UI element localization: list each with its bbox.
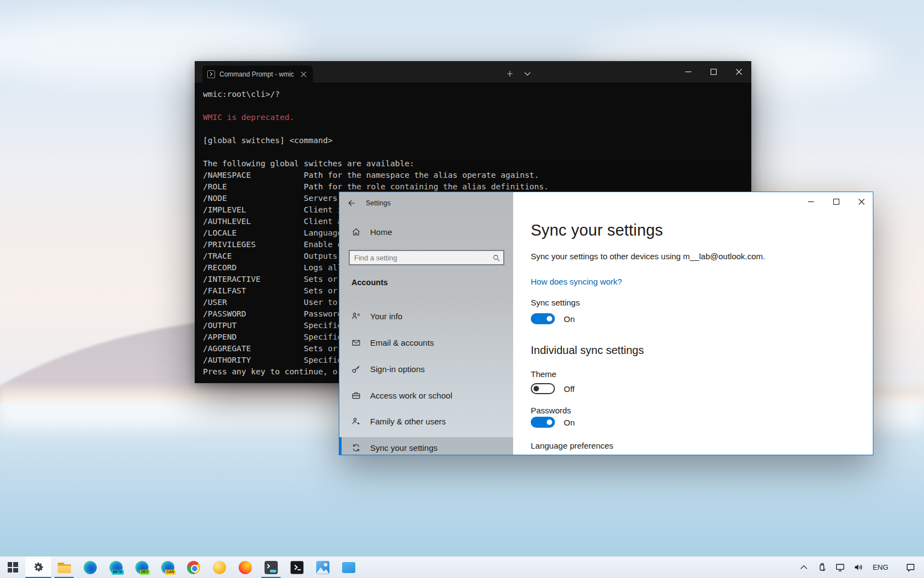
terminal-line: [global switches] <command>	[203, 135, 751, 146]
sidebar-section-header: Accounts	[351, 278, 388, 287]
home-icon	[351, 227, 361, 237]
action-center-icon[interactable]	[904, 557, 916, 578]
sync-icon	[351, 443, 361, 452]
taskbar-apps: BETADEVCAN	[25, 557, 361, 578]
settings-sidebar: Settings Home Accounts Your infoEmail & …	[339, 192, 513, 455]
terminal-maximize-button[interactable]	[701, 61, 726, 83]
taskbar-edge-canary-button[interactable]: CAN	[155, 557, 180, 578]
taskbar-firefox-button[interactable]	[232, 557, 258, 578]
sync-settings-toggle[interactable]	[531, 313, 555, 324]
edge-channel-badge: BETA	[112, 570, 123, 575]
taskbar-windows-terminal-button[interactable]	[258, 557, 284, 578]
movies-tv-icon	[342, 562, 355, 573]
theme-toggle[interactable]	[531, 383, 555, 394]
taskbar-photos-button[interactable]	[310, 557, 336, 578]
sidebar-item-access-work-or-school[interactable]: Access work or school	[339, 385, 513, 406]
settings-maximize-button[interactable]	[823, 192, 849, 211]
language-indicator[interactable]: ENG	[871, 563, 890, 571]
tab-close-icon[interactable]	[299, 70, 308, 79]
photos-icon	[316, 561, 329, 574]
tray-network-icon[interactable]	[834, 557, 846, 578]
folder-icon	[58, 563, 71, 574]
terminal-line: wmic:root\cli>/?	[203, 89, 751, 100]
terminal-line: WMIC is deprecated.	[203, 112, 751, 123]
terminal-tab-title: Command Prompt - wmic	[219, 70, 295, 78]
sidebar-item-label: Email & accounts	[370, 338, 434, 347]
how-syncing-works-link[interactable]: How does syncing work?	[531, 277, 622, 286]
chrome-icon	[187, 561, 200, 574]
tray-usb-icon[interactable]	[816, 557, 828, 578]
settings-search-box[interactable]	[349, 250, 504, 265]
taskbar-command-prompt-button[interactable]	[284, 557, 310, 578]
taskbar-edge-beta-button[interactable]: BETA	[103, 557, 129, 578]
theme-state: Off	[564, 384, 575, 394]
terminal-icon	[265, 561, 278, 574]
taskbar-movies-tv-button[interactable]	[336, 557, 361, 578]
tab-dropdown-icon[interactable]	[520, 67, 535, 81]
terminal-titlebar[interactable]: Command Prompt - wmic	[195, 61, 751, 83]
edge-channel-badge: DEV	[140, 570, 149, 575]
edge-channel-badge: CAN	[165, 570, 175, 575]
sync-settings-label: Sync settings	[531, 298, 580, 307]
start-button[interactable]	[0, 557, 25, 578]
settings-window-title: Settings	[366, 199, 391, 207]
back-arrow-icon[interactable]	[339, 192, 364, 214]
settings-close-button[interactable]	[849, 192, 873, 211]
taskbar: BETADEVCAN ENG	[0, 556, 924, 578]
sync-settings-state: On	[564, 314, 575, 324]
taskbar-edge-dev-button[interactable]: DEV	[129, 557, 155, 578]
briefcase-icon	[351, 391, 361, 400]
key-icon	[351, 364, 361, 374]
desktop: Command Prompt - wmic	[0, 0, 924, 578]
tray-volume-icon[interactable]	[853, 557, 865, 578]
passwords-toggle[interactable]	[531, 417, 555, 428]
terminal-line: The following global switches are availa…	[203, 158, 751, 170]
person-lines-icon	[351, 312, 361, 321]
firefox-icon	[239, 561, 252, 574]
sidebar-item-label: Sync your settings	[370, 443, 438, 452]
windows-logo-icon	[8, 562, 18, 572]
terminal-minimize-button[interactable]	[675, 61, 701, 83]
sidebar-item-label: Sign-in options	[370, 364, 425, 374]
search-input[interactable]	[350, 254, 489, 262]
terminal-close-button[interactable]	[726, 61, 751, 83]
passwords-state: On	[564, 418, 575, 427]
taskbar-settings-button[interactable]	[25, 557, 51, 578]
sidebar-item-family-other-users[interactable]: Family & other users	[339, 411, 513, 432]
envelope-icon	[351, 338, 361, 347]
new-tab-icon[interactable]	[503, 67, 517, 81]
language-preferences-label: Language preferences	[531, 441, 613, 450]
terminal-tab[interactable]: Command Prompt - wmic	[202, 66, 313, 83]
chrome-canary-icon	[213, 561, 226, 574]
sidebar-item-label: Family & other users	[370, 417, 446, 426]
taskbar-file-explorer-button[interactable]	[51, 557, 77, 578]
tray-hidden-icons-icon[interactable]	[798, 557, 810, 578]
terminal-line	[203, 123, 751, 135]
sidebar-item-sync-your-settings[interactable]: Sync your settings	[339, 437, 513, 455]
system-tray: ENG	[798, 557, 924, 578]
terminal-line: /NAMESPACE Path for the namespace the al…	[203, 170, 751, 181]
gear-icon	[32, 561, 45, 574]
sidebar-item-sign-in-options[interactable]: Sign-in options	[339, 358, 513, 379]
search-icon[interactable]	[489, 254, 503, 262]
taskbar-chrome-button[interactable]	[180, 557, 206, 578]
terminal-line	[203, 100, 751, 112]
settings-minimize-button[interactable]	[798, 192, 823, 211]
page-title: Sync your settings	[531, 221, 663, 239]
theme-label: Theme	[531, 369, 557, 379]
terminal-line: /ROLE Path for the role containing the a…	[203, 181, 751, 193]
sync-description: Sync your settings to other devices usin…	[531, 252, 765, 261]
taskbar-edge-button[interactable]	[77, 557, 103, 578]
individual-sync-section-title: Individual sync settings	[531, 344, 644, 357]
taskbar-chrome-canary-button[interactable]	[206, 557, 232, 578]
terminal-line	[203, 146, 751, 158]
sidebar-item-home[interactable]: Home	[339, 221, 513, 242]
sidebar-item-email-accounts[interactable]: Email & accounts	[339, 332, 513, 353]
home-label: Home	[370, 227, 392, 237]
command-prompt-icon	[207, 70, 215, 78]
sidebar-item-label: Your info	[370, 312, 403, 321]
settings-window: Settings Home Accounts Your infoEmail & …	[339, 192, 873, 455]
person-plus-icon	[351, 417, 361, 426]
sidebar-item-your-info[interactable]: Your info	[339, 306, 513, 326]
settings-content: Sync your settings Sync your settings to…	[513, 192, 873, 455]
